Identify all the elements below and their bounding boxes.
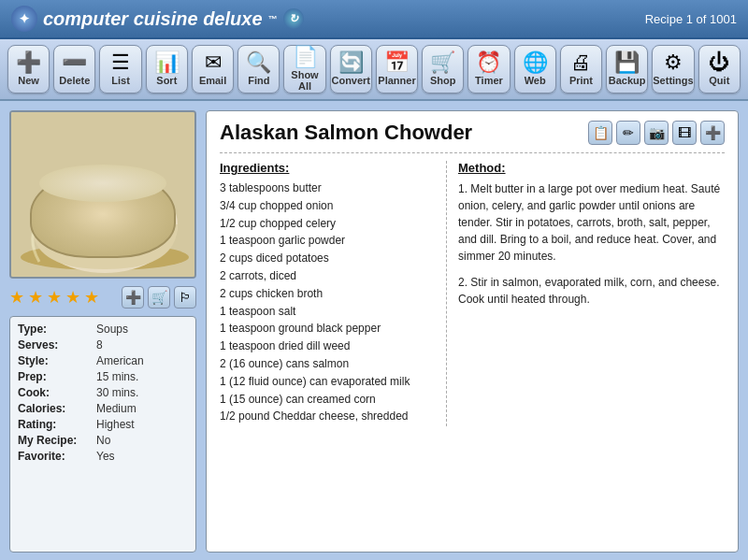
info-style-row: Style: American bbox=[18, 354, 188, 367]
svg-point-4 bbox=[73, 203, 99, 218]
style-value: American bbox=[96, 354, 144, 367]
web-button[interactable]: 🌐 Web bbox=[514, 45, 556, 93]
shop-label: Shop bbox=[430, 75, 456, 86]
myrecipe-label: My Recipe: bbox=[18, 434, 93, 447]
quit-label: Quit bbox=[709, 75, 729, 86]
planner-label: Planner bbox=[378, 75, 415, 86]
list-label: List bbox=[111, 75, 130, 86]
web-icon: 🌐 bbox=[523, 52, 548, 73]
rating-value: Highest bbox=[96, 418, 135, 431]
favorite-value: Yes bbox=[96, 450, 115, 463]
star-3[interactable]: ★ bbox=[47, 287, 62, 308]
ingredient-14: 1/2 pound Cheddar cheese, shredded bbox=[220, 409, 435, 424]
ingredient-8: 1 teaspoon salt bbox=[220, 304, 435, 320]
left-panel: ★ ★ ★ ★ ★ ➕ 🛒 🏳 Type: Soups Serves: 8 St… bbox=[9, 110, 196, 553]
planner-icon: 📅 bbox=[384, 52, 410, 73]
serves-value: 8 bbox=[96, 338, 103, 352]
expand-button[interactable]: ➕ bbox=[700, 121, 725, 145]
logo-text: computer cuisine deluxe bbox=[43, 8, 263, 30]
svg-point-10 bbox=[106, 199, 115, 208]
shop-button[interactable]: 🛒 Shop bbox=[422, 45, 464, 93]
svg-point-3 bbox=[39, 185, 170, 241]
quit-button[interactable]: ⏻ Quit bbox=[698, 45, 741, 93]
recipe-body: Ingredients: 3 tablespoons butter 3/4 cu… bbox=[220, 152, 725, 426]
calories-value: Medium bbox=[96, 402, 137, 415]
info-myrecipe-row: My Recipe: No bbox=[18, 434, 188, 447]
ingredients-list: 3 tablespoons butter 3/4 cup chopped oni… bbox=[220, 180, 435, 424]
svg-point-8 bbox=[97, 194, 112, 208]
delete-icon: ➖ bbox=[62, 52, 87, 73]
timer-label: Timer bbox=[475, 75, 503, 86]
new-button[interactable]: ➕ New bbox=[7, 45, 50, 93]
type-label: Type: bbox=[18, 323, 93, 336]
header: ✦ computer cuisine deluxe™ ↻ Recipe 1 of… bbox=[0, 0, 748, 39]
convert-icon: 🔄 bbox=[338, 52, 364, 73]
planner-button[interactable]: 📅 Planner bbox=[376, 45, 418, 93]
svg-point-12 bbox=[39, 185, 170, 241]
bowl-svg bbox=[11, 112, 196, 279]
email-button[interactable]: ✉ Email bbox=[192, 45, 234, 93]
shopping-button[interactable]: 🛒 bbox=[148, 286, 170, 309]
add-to-list-button[interactable]: ➕ bbox=[122, 286, 144, 309]
copy-button[interactable]: 📋 bbox=[588, 121, 612, 145]
star-5[interactable]: ★ bbox=[84, 287, 99, 308]
svg-point-11 bbox=[101, 194, 108, 201]
logo-icon: ✦ bbox=[11, 6, 37, 32]
print-label: Print bbox=[569, 75, 593, 86]
info-favorite-row: Favorite: Yes bbox=[18, 450, 188, 463]
settings-button[interactable]: ⚙ Settings bbox=[652, 45, 694, 93]
refresh-icon[interactable]: ↻ bbox=[283, 8, 304, 29]
prep-label: Prep: bbox=[18, 370, 93, 383]
info-serves-row: Serves: 8 bbox=[18, 338, 188, 352]
show-all-label: Show All bbox=[284, 69, 324, 92]
print-button[interactable]: 🖨 Print bbox=[560, 45, 602, 93]
shop-icon: 🛒 bbox=[430, 52, 455, 73]
photo-button[interactable]: 📷 bbox=[644, 121, 669, 145]
star-4[interactable]: ★ bbox=[65, 287, 80, 308]
rating-actions: ➕ 🛒 🏳 bbox=[122, 286, 196, 309]
logo: ✦ computer cuisine deluxe™ ↻ bbox=[11, 6, 304, 32]
timer-button[interactable]: ⏰ Timer bbox=[468, 45, 510, 93]
star-2[interactable]: ★ bbox=[28, 287, 43, 308]
ingredient-6: 2 carrots, diced bbox=[220, 268, 435, 284]
email-label: Email bbox=[199, 75, 226, 86]
recipe-title: Alaskan Salmon Chowder bbox=[220, 121, 472, 145]
video-button[interactable]: 🎞 bbox=[672, 121, 697, 145]
show-all-icon: 📄 bbox=[293, 47, 318, 67]
info-rating-row: Rating: Highest bbox=[18, 418, 188, 431]
info-prep-row: Prep: 15 mins. bbox=[18, 370, 188, 383]
backup-button[interactable]: 💾 Backup bbox=[606, 45, 648, 93]
backup-label: Backup bbox=[609, 75, 646, 86]
show-all-button[interactable]: 📄 Show All bbox=[283, 45, 325, 93]
ingredient-13: 1 (15 ounce) can creamed corn bbox=[220, 392, 435, 408]
new-icon: ➕ bbox=[16, 52, 41, 73]
method-step-2: 2. Stir in salmon, evaporated milk, corn… bbox=[458, 274, 725, 308]
info-type-row: Type: Soups bbox=[18, 323, 188, 336]
svg-point-9 bbox=[94, 199, 104, 208]
flag-button[interactable]: 🏳 bbox=[174, 286, 196, 309]
delete-button[interactable]: ➖ Delete bbox=[53, 45, 95, 93]
list-icon: ☰ bbox=[111, 52, 130, 73]
sort-label: Sort bbox=[156, 75, 177, 86]
method-header: Method: bbox=[458, 161, 725, 175]
rating-bar: ★ ★ ★ ★ ★ ➕ 🛒 🏳 bbox=[9, 284, 196, 310]
recipe-action-buttons: 📋 ✏ 📷 🎞 ➕ bbox=[588, 121, 725, 145]
backup-icon: 💾 bbox=[614, 52, 640, 73]
sort-icon: 📊 bbox=[154, 52, 180, 73]
method-step-1: 1. Melt butter in a large pot over mediu… bbox=[458, 180, 725, 265]
convert-button[interactable]: 🔄 Convert bbox=[330, 45, 372, 93]
list-button[interactable]: ☰ List bbox=[99, 45, 141, 93]
star-1[interactable]: ★ bbox=[9, 287, 24, 308]
email-icon: ✉ bbox=[205, 52, 222, 73]
find-button[interactable]: 🔍 Find bbox=[237, 45, 280, 93]
quit-icon: ⏻ bbox=[709, 52, 729, 73]
timer-icon: ⏰ bbox=[476, 52, 501, 73]
recipe-header: Alaskan Salmon Chowder 📋 ✏ 📷 🎞 ➕ bbox=[220, 121, 725, 145]
sort-button[interactable]: 📊 Sort bbox=[146, 45, 188, 93]
ingredient-2: 3/4 cup chopped onion bbox=[220, 198, 435, 214]
soup-bowl-illustration bbox=[11, 112, 194, 277]
edit-button[interactable]: ✏ bbox=[616, 121, 640, 145]
trademark: ™ bbox=[268, 14, 278, 24]
ingredient-11: 2 (16 ounce) cans salmon bbox=[220, 356, 435, 372]
ingredient-9: 1 teaspoon ground black pepper bbox=[220, 321, 435, 337]
